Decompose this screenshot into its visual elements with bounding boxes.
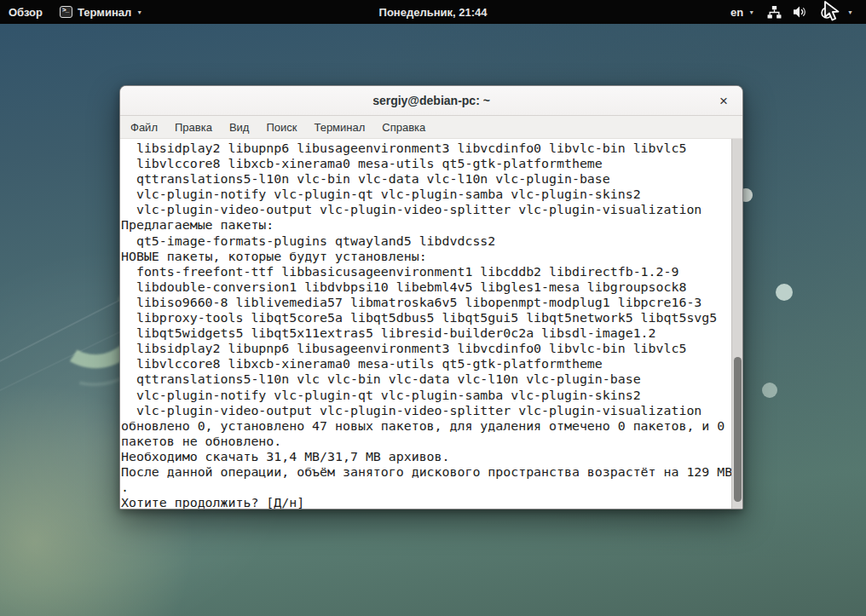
app-menu-label: Терминал: [78, 6, 131, 19]
menu-help[interactable]: Справка: [373, 116, 434, 138]
menu-search[interactable]: Поиск: [257, 116, 305, 138]
terminal-window: sergiy@debian-pc: ~ × Файл Правка Вид По…: [119, 85, 743, 509]
wallpaper-dot: [776, 284, 793, 301]
terminal-output[interactable]: libsidplay2 libupnp6 libusageenvironment…: [120, 139, 731, 509]
menu-bar: Файл Правка Вид Поиск Терминал Справка: [120, 116, 742, 139]
terminal-app-icon: >_: [60, 6, 72, 18]
chevron-down-icon: ▼: [136, 9, 142, 15]
scrollbar-track[interactable]: [731, 139, 742, 509]
network-wired-icon: [767, 5, 782, 20]
app-menu-button[interactable]: >_ Терминал ▼: [51, 0, 151, 24]
menu-file[interactable]: Файл: [122, 116, 166, 138]
volume-icon: [793, 5, 808, 19]
chevron-down-icon: ▼: [847, 9, 853, 15]
activities-label: Обзор: [9, 6, 43, 19]
menu-terminal[interactable]: Терминал: [305, 116, 373, 138]
power-icon: [819, 5, 834, 20]
window-title: sergiy@debian-pc: ~: [120, 94, 742, 107]
wallpaper-dot: [762, 383, 777, 398]
title-bar[interactable]: sergiy@debian-pc: ~ ×: [120, 86, 742, 116]
menu-edit[interactable]: Правка: [166, 116, 221, 138]
close-button[interactable]: ×: [712, 86, 736, 116]
keyboard-layout-label: en: [730, 6, 743, 19]
menu-view[interactable]: Вид: [221, 116, 258, 138]
system-status-area[interactable]: [760, 0, 841, 24]
activities-button[interactable]: Обзор: [0, 0, 51, 24]
chevron-down-icon: ▼: [748, 9, 754, 15]
system-menu-chevron[interactable]: ▼: [841, 0, 859, 24]
top-bar: Обзор >_ Терминал ▼ Понедельник, 21:44 e…: [0, 0, 866, 24]
keyboard-layout-button[interactable]: en ▼: [725, 0, 760, 24]
scrollbar-thumb[interactable]: [734, 357, 742, 502]
terminal-body: libsidplay2 libupnp6 libusageenvironment…: [120, 139, 742, 509]
